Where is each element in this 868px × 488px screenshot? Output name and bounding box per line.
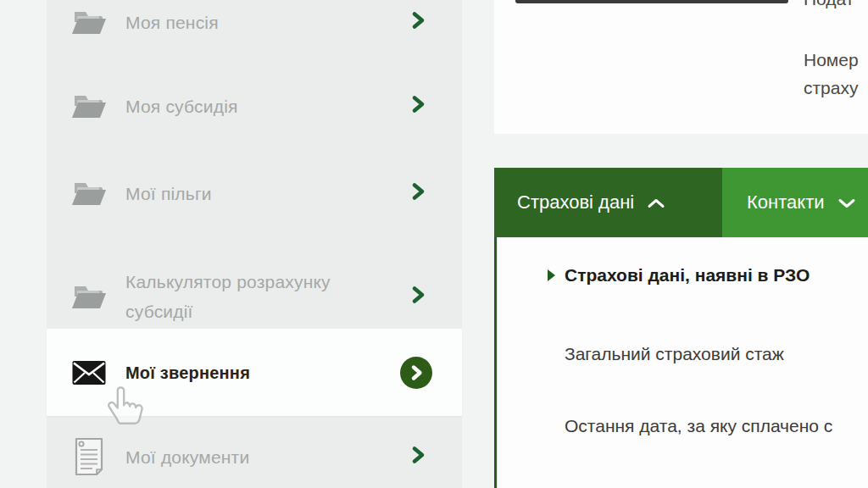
chevron-up-icon (646, 197, 666, 209)
chevron-right-icon (411, 11, 426, 34)
chevron-down-icon (837, 197, 857, 209)
info-label-number: Номер (804, 50, 859, 70)
sidebar-item-label: Мої пільги (125, 179, 397, 208)
folder-icon (70, 7, 108, 37)
document-icon (70, 437, 108, 476)
hand-cursor-icon (107, 380, 147, 430)
chevron-right-icon (411, 446, 426, 469)
tab-insurance-data[interactable]: Страхові дані (494, 168, 722, 237)
sidebar-item-my-documents[interactable]: Мої документи (47, 434, 462, 480)
panel-heading: Страхові дані, наявні в РЗО (547, 265, 810, 286)
sidebar-item-my-benefits[interactable]: Мої пільги (47, 169, 462, 217)
chevron-right-icon (411, 286, 426, 308)
info-label-insurance: страху (804, 78, 858, 98)
triangle-bullet-icon (547, 269, 556, 282)
folder-icon (70, 281, 108, 312)
chevron-right-icon (411, 182, 426, 205)
folder-icon (70, 91, 108, 121)
tab-label: Страхові дані (517, 191, 634, 214)
sidebar-item-my-pension[interactable]: Моя пенсія (47, 0, 462, 44)
tab-label: Контакти (747, 191, 825, 214)
content-tab-bar: Страхові дані Контакти (494, 168, 868, 237)
sidebar-item-subsidy-calculator[interactable]: Калькулятор розрахунку субсидії (47, 254, 462, 339)
folder-icon (70, 178, 108, 208)
panel-heading-label: Страхові дані, наявні в РЗО (565, 265, 810, 286)
info-label-tax: Подат (804, 0, 854, 9)
insurance-row-total-period: Загальний страховий стаж (565, 344, 784, 364)
sidebar-item-label: Мої звернення (125, 358, 397, 387)
insurance-row-last-paid-date: Остання дата, за яку сплачено с (565, 416, 832, 436)
tab-contacts[interactable]: Контакти (722, 168, 868, 237)
sidebar-item-label: Моя субсидія (125, 92, 397, 121)
insurance-data-panel: Страхові дані, наявні в РЗО Загальний ст… (494, 237, 868, 488)
sidebar-item-label: Мої документи (125, 442, 397, 472)
profile-info-card: Подат Номер страху (494, 0, 868, 134)
active-item-chevron-button[interactable] (400, 357, 432, 389)
chevron-right-icon (411, 95, 426, 118)
cropped-element-edge (515, 0, 788, 3)
envelope-icon (70, 360, 108, 385)
sidebar-item-label: Калькулятор розрахунку субсидії (125, 267, 397, 326)
sidebar-item-my-subsidy[interactable]: Моя субсидія (47, 83, 462, 129)
sidebar-item-label: Моя пенсія (125, 8, 397, 37)
